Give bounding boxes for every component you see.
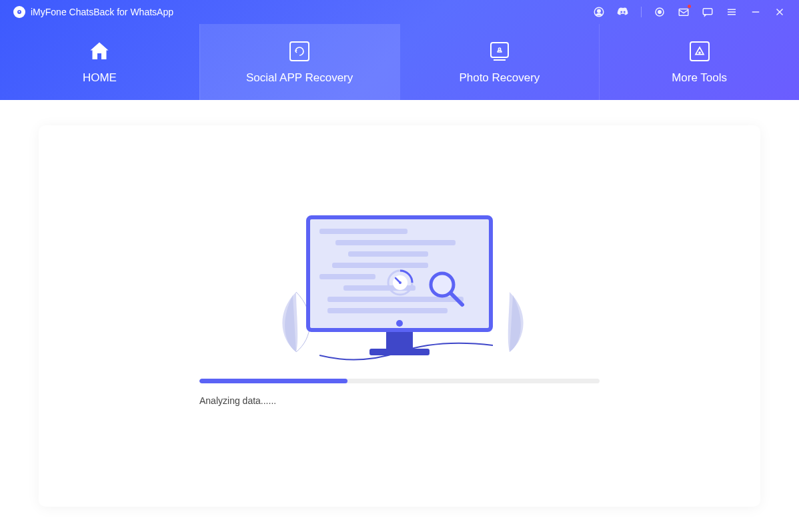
- progress-bar: [199, 379, 600, 383]
- tab-home[interactable]: HOME: [0, 24, 199, 100]
- tab-label: HOME: [83, 71, 117, 85]
- tab-photo-recovery[interactable]: Photo Recovery: [400, 24, 600, 100]
- chat-icon[interactable]: [702, 6, 714, 18]
- status-text: Analyzing data......: [199, 395, 600, 406]
- svg-line-13: [451, 293, 462, 305]
- main-card: Analyzing data......: [39, 125, 760, 507]
- minimize-icon[interactable]: [750, 6, 762, 18]
- analyzing-illustration: [266, 205, 533, 359]
- svg-rect-5: [703, 9, 712, 15]
- separator: [641, 7, 642, 17]
- svg-point-11: [399, 281, 402, 284]
- titlebar-right: [593, 6, 786, 18]
- target-icon[interactable]: [654, 6, 666, 18]
- menu-icon[interactable]: [726, 6, 738, 18]
- progress-section: Analyzing data......: [199, 379, 600, 406]
- notification-dot: [688, 5, 691, 8]
- svg-rect-4: [679, 9, 688, 16]
- headset-icon[interactable]: [593, 6, 605, 18]
- tab-social-app-recovery[interactable]: Social APP Recovery: [199, 24, 400, 100]
- tab-label: Social APP Recovery: [246, 71, 353, 85]
- photo-icon: [488, 39, 512, 63]
- discord-icon[interactable]: [617, 6, 629, 18]
- mail-icon[interactable]: [678, 6, 690, 18]
- magnifier-icon: [426, 269, 466, 309]
- tab-more-tools[interactable]: More Tools: [599, 24, 799, 100]
- gauge-icon: [386, 269, 414, 297]
- close-icon[interactable]: [774, 6, 786, 18]
- app-title: iMyFone ChatsBack for WhatsApp: [31, 7, 173, 17]
- svg-point-7: [699, 52, 700, 53]
- svg-point-1: [598, 9, 601, 13]
- tab-label: Photo Recovery: [459, 71, 540, 85]
- app-logo-icon: [13, 6, 25, 18]
- progress-fill: [199, 379, 347, 383]
- titlebar: iMyFone ChatsBack for WhatsApp: [0, 0, 799, 24]
- tools-icon: [688, 39, 712, 63]
- home-icon: [87, 39, 111, 63]
- tab-label: More Tools: [672, 71, 727, 85]
- refresh-icon: [287, 39, 311, 63]
- svg-point-3: [658, 11, 662, 14]
- titlebar-left: iMyFone ChatsBack for WhatsApp: [13, 6, 173, 18]
- content-area: Analyzing data......: [0, 100, 799, 532]
- nav-tabs: HOME Social APP Recovery Photo Recovery: [0, 24, 799, 100]
